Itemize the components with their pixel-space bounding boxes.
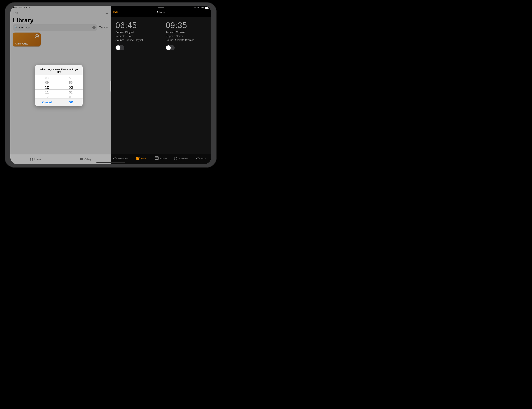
location-icon: ➤ bbox=[197, 6, 199, 9]
alarm-toggle[interactable] bbox=[166, 45, 175, 50]
time-picker[interactable]: 08 09 10 11 12 58 59 00 01 02 bbox=[35, 75, 83, 98]
alarm-sound: Sound: Activate Cronios bbox=[166, 38, 208, 42]
split-view-handle[interactable] bbox=[110, 81, 111, 91]
home-indicator[interactable] bbox=[96, 162, 125, 163]
wifi-icon: ᯤ bbox=[194, 6, 196, 9]
tab-timer[interactable]: Timer bbox=[191, 157, 211, 160]
minute-wheel[interactable]: 58 59 00 01 02 bbox=[59, 75, 83, 98]
ipad-bezel: 10:47 Sun Feb 24 Edit + Library 🔍 alarmc… bbox=[10, 6, 211, 164]
cancel-button[interactable]: Cancel bbox=[35, 98, 59, 106]
alarm-repeat: Repeat: Never bbox=[166, 34, 208, 38]
alarm-list: 06:45 Sunrise Playlist Repeat: Never Sou… bbox=[111, 17, 211, 154]
hour-wheel[interactable]: 08 09 10 11 12 bbox=[35, 75, 59, 98]
dialog-prompt: When do you want the alarm to go off? bbox=[35, 65, 83, 75]
screen: 10:47 Sun Feb 24 Edit + Library 🔍 alarmc… bbox=[10, 6, 211, 164]
clock-navbar: Edit Alarm + bbox=[111, 10, 211, 16]
alarm-icon bbox=[136, 157, 140, 160]
bed-icon bbox=[155, 157, 159, 160]
alarm-name: Activate Cronios bbox=[166, 30, 208, 34]
dialog-buttons: Cancel OK bbox=[35, 98, 83, 106]
clock-app: ᯤ ➤ 76% Edit Alarm + 06:45 Sunrise Playl… bbox=[111, 6, 211, 164]
alarm-item[interactable]: 06:45 Sunrise Playlist Repeat: Never Sou… bbox=[111, 17, 161, 154]
slide-over-grabber[interactable] bbox=[158, 7, 164, 8]
alarm-toggle[interactable] bbox=[115, 45, 124, 50]
hour-selected: 10 bbox=[35, 85, 59, 90]
time-picker-dialog: When do you want the alarm to go off? 08… bbox=[35, 65, 83, 106]
battery-icon bbox=[205, 7, 209, 9]
alarm-repeat: Repeat: Never bbox=[115, 34, 158, 38]
tab-world-clock[interactable]: World Clock bbox=[111, 157, 131, 160]
add-alarm-button[interactable]: + bbox=[206, 10, 209, 16]
status-bar-right: ᯤ ➤ 76% bbox=[194, 6, 209, 9]
globe-icon bbox=[113, 157, 117, 160]
clock-tabbar: World Clock Alarm Bedtime Stopwatch bbox=[111, 154, 211, 164]
tab-bedtime[interactable]: Bedtime bbox=[151, 157, 171, 160]
page-title: Alarm bbox=[111, 11, 211, 14]
battery-percent: 76% bbox=[200, 6, 204, 9]
alarm-sound: Sound: Sunrise Playlist bbox=[115, 38, 158, 42]
stopwatch-icon bbox=[174, 157, 178, 160]
alarm-time: 06:45 bbox=[115, 20, 158, 30]
alarm-time: 09:35 bbox=[166, 20, 208, 30]
timer-icon bbox=[196, 157, 200, 160]
shortcuts-app: 10:47 Sun Feb 24 Edit + Library 🔍 alarmc… bbox=[10, 6, 111, 164]
tab-stopwatch[interactable]: Stopwatch bbox=[171, 157, 191, 160]
tab-alarm[interactable]: Alarm bbox=[131, 157, 151, 160]
ipad-frame: 10:47 Sun Feb 24 Edit + Library 🔍 alarmc… bbox=[5, 2, 217, 168]
minute-selected: 00 bbox=[59, 85, 83, 90]
alarm-item[interactable]: 09:35 Activate Cronios Repeat: Never Sou… bbox=[161, 17, 211, 154]
alarm-name: Sunrise Playlist bbox=[115, 30, 158, 34]
ok-button[interactable]: OK bbox=[59, 98, 83, 106]
